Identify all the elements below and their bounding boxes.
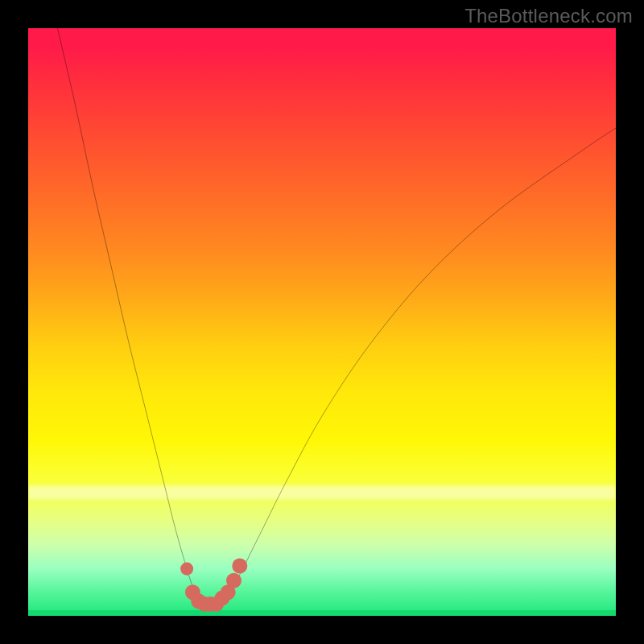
- curve-marker: [232, 558, 247, 573]
- curve-marker: [180, 563, 193, 576]
- curve-markers: [180, 558, 247, 611]
- plot-area: [28, 28, 616, 616]
- watermark-text: TheBottleneck.com: [464, 5, 633, 27]
- bottleneck-curve: [58, 28, 617, 605]
- curve-layer: [28, 28, 616, 616]
- chart-frame: TheBottleneck.com: [0, 0, 644, 644]
- curve-marker: [226, 573, 242, 588]
